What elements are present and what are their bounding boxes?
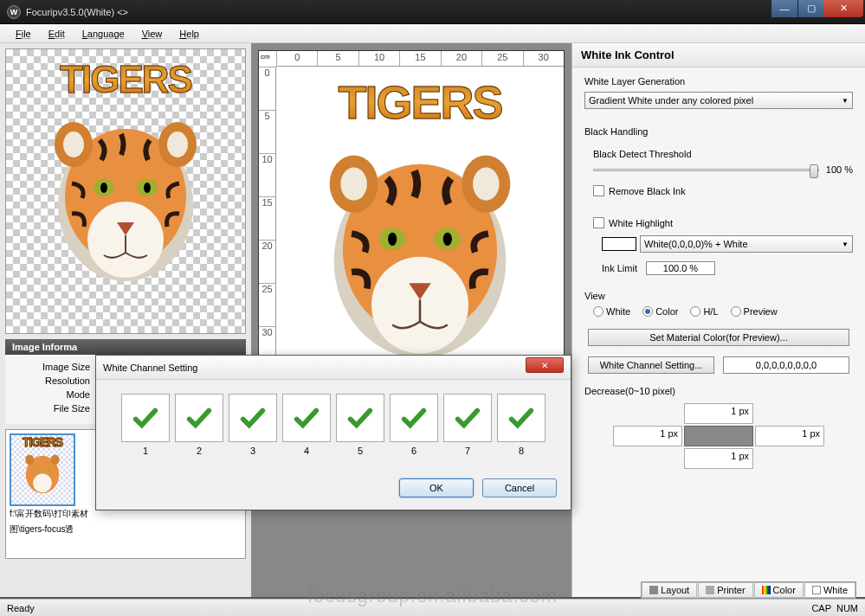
- tab-layout[interactable]: Layout: [642, 582, 697, 598]
- minimize-button[interactable]: —: [771, 0, 797, 17]
- canvas-artwork-text: TIGERS: [338, 75, 501, 129]
- titlebar: W Focuripv3.5.0(White) <> — ▢ ✕: [0, 0, 865, 24]
- white-channel-setting-button[interactable]: White Channel Setting...: [588, 356, 714, 374]
- close-button[interactable]: ✕: [823, 0, 863, 17]
- svg-point-14: [51, 454, 60, 465]
- decrease-top[interactable]: 1 px: [684, 403, 753, 424]
- black-handling-label: Black Handling: [584, 126, 853, 137]
- white-channel-dialog: White Channel Setting ✕ 1 2 3 4 5 6 7 8 …: [95, 355, 571, 510]
- decrease-label: Decrease(0~10 pixel): [584, 386, 853, 396]
- info-label-mode: Mode: [12, 389, 99, 400]
- svg-point-9: [100, 183, 107, 193]
- channel-4[interactable]: 4: [282, 394, 331, 456]
- white-color-swatch[interactable]: [602, 237, 636, 251]
- ruler-unit: cm: [261, 53, 270, 61]
- bdt-value: 100 %: [826, 164, 853, 175]
- chevron-down-icon: ▼: [842, 241, 849, 248]
- channel-5[interactable]: 5: [336, 394, 384, 456]
- image-info-header: Image Informa: [5, 339, 246, 355]
- tab-color[interactable]: Color: [754, 582, 804, 598]
- info-label-size: Image Size: [12, 362, 99, 372]
- ink-limit-input[interactable]: 100.0 %: [646, 261, 715, 275]
- svg-point-23: [473, 168, 500, 201]
- status-num: NUM: [836, 603, 858, 613]
- radio-hl[interactable]: H/L: [690, 306, 718, 317]
- window-title: Focuripv3.5.0(White) <>: [26, 7, 771, 17]
- radio-white[interactable]: White: [593, 306, 630, 317]
- white-combo-value: White(0,0,0,0)% + White: [644, 239, 748, 249]
- channel-2[interactable]: 2: [175, 394, 223, 456]
- svg-point-27: [443, 233, 452, 246]
- info-label-filesize: File Size: [12, 403, 99, 414]
- layout-icon: [649, 586, 658, 594]
- svg-point-26: [388, 233, 397, 246]
- canvas-artwork-image: [307, 129, 533, 371]
- decrease-grid: 1 px 1 px1 px 1 px: [584, 403, 853, 469]
- menu-edit[interactable]: Edit: [40, 27, 74, 41]
- wlg-combo[interactable]: Gradient White under any colored pixel ▼: [584, 92, 853, 109]
- menubar: File Edit Language View Help: [0, 24, 865, 43]
- white-combo[interactable]: White(0,0,0,0)% + White ▼: [640, 235, 853, 253]
- status-cap: CAP: [811, 603, 830, 613]
- channel-3[interactable]: 3: [229, 394, 277, 456]
- svg-point-22: [340, 168, 367, 201]
- channel-8[interactable]: 8: [497, 394, 545, 456]
- panel-title: White Ink Control: [572, 43, 865, 67]
- status-ready: Ready: [7, 603, 35, 613]
- remove-black-checkbox[interactable]: [593, 185, 604, 196]
- svg-point-15: [36, 469, 39, 472]
- white-icon: [812, 586, 821, 594]
- decrease-left[interactable]: 1 px: [613, 426, 682, 446]
- ok-button[interactable]: OK: [399, 478, 474, 497]
- white-highlight-checkbox[interactable]: [593, 217, 604, 228]
- menu-help[interactable]: Help: [171, 27, 208, 41]
- statusbar: Ready CAP NUM: [0, 599, 865, 616]
- channel-6[interactable]: 6: [390, 394, 438, 456]
- menu-file[interactable]: File: [7, 27, 40, 41]
- bdt-slider[interactable]: [593, 169, 819, 171]
- tab-white[interactable]: White: [804, 582, 855, 598]
- menu-view[interactable]: View: [133, 27, 171, 41]
- tab-printer[interactable]: Printer: [698, 582, 752, 598]
- slider-thumb[interactable]: [810, 164, 818, 178]
- color-icon: [762, 586, 771, 594]
- bdt-label: Black Detect Threshold: [593, 149, 853, 159]
- decrease-right[interactable]: 1 px: [755, 426, 824, 446]
- svg-point-16: [46, 469, 49, 472]
- maximize-button[interactable]: ▢: [797, 0, 823, 17]
- channel-1[interactable]: 1: [121, 394, 170, 456]
- svg-point-13: [25, 454, 34, 465]
- view-label: View: [584, 291, 853, 301]
- thumbnail[interactable]: TIGERS: [10, 433, 75, 506]
- radio-color[interactable]: Color: [642, 306, 678, 317]
- dialog-title: White Channel Setting: [103, 363, 526, 373]
- svg-point-5: [63, 132, 84, 157]
- radio-preview[interactable]: Preview: [731, 306, 778, 317]
- set-material-button[interactable]: Set Material Color(for Preview)...: [588, 329, 849, 346]
- artwork-text: TIGERS: [60, 58, 191, 101]
- wlg-combo-value: Gradient White under any colored pixel: [589, 95, 753, 106]
- white-highlight-label: White Highlight: [609, 218, 673, 228]
- ruler-horizontal: 051015202530: [276, 51, 564, 67]
- channel-list: 1 2 3 4 5 6 7 8: [96, 380, 571, 470]
- thumbnail-path-2: 图\tigers-focus透: [10, 522, 242, 537]
- cancel-button[interactable]: Cancel: [482, 478, 557, 497]
- artwork-image: [39, 101, 212, 292]
- printer-icon: [706, 586, 714, 594]
- bottom-tabs: Layout Printer Color White: [641, 581, 856, 599]
- chevron-down-icon: ▼: [842, 97, 849, 105]
- decrease-bottom[interactable]: 1 px: [684, 448, 753, 469]
- svg-point-6: [167, 132, 188, 157]
- svg-point-10: [144, 183, 151, 193]
- ink-limit-label: Ink Limit: [602, 263, 637, 273]
- white-channel-value[interactable]: 0,0,0,0,0,0,0,0: [723, 356, 849, 374]
- menu-language[interactable]: Language: [74, 27, 133, 41]
- svg-point-12: [33, 473, 52, 492]
- preview-transparent: TIGERS: [5, 48, 246, 334]
- decrease-center: [684, 426, 753, 446]
- channel-7[interactable]: 7: [443, 394, 492, 456]
- app-icon: W: [7, 5, 21, 19]
- dialog-close-button[interactable]: ✕: [526, 357, 564, 373]
- info-label-resolution: Resolution: [12, 375, 99, 386]
- remove-black-label: Remove Black Ink: [609, 186, 686, 196]
